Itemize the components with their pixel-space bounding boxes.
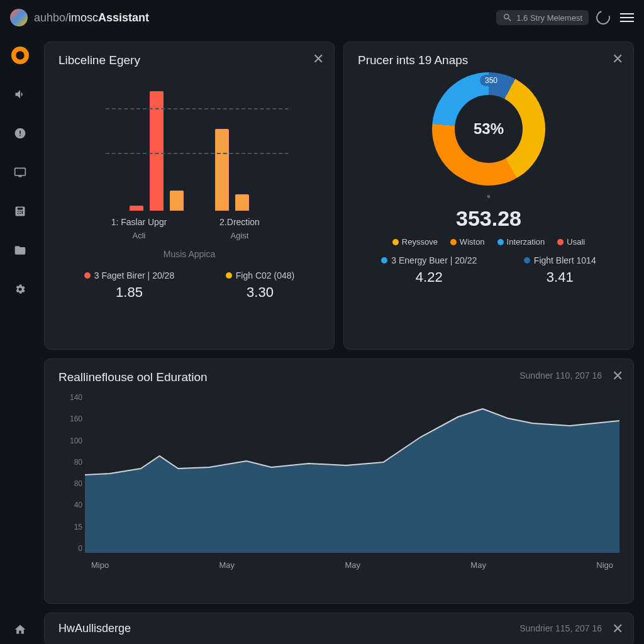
kpi-label: Fight Blert 1014: [534, 255, 596, 265]
legend-label: Reyssove: [402, 237, 438, 247]
kpi-value: 4.22: [381, 269, 477, 286]
sidebar-item-home[interactable]: [11, 626, 29, 644]
sidebar-item-settings[interactable]: [11, 280, 29, 298]
brand-title: auhbo/imoscAssistant: [34, 11, 149, 25]
sidebar: [0, 35, 40, 644]
search-icon: [502, 13, 513, 23]
kpi-item: 3 Faget Birer | 20/28 1.85: [84, 270, 174, 301]
bar-label-1: 1: Faslar Upgr: [101, 217, 177, 227]
app-header: auhbo/imoscAssistant 1.6 Stry Melemest: [0, 0, 644, 35]
main-content: Libceline Egery ✕ 1: Fas: [40, 35, 644, 644]
brand-prefix: auhbo/: [34, 11, 69, 24]
kpi-item: Fight Blert 1014 3.41: [524, 255, 596, 286]
sidebar-item-alert[interactable]: [11, 125, 29, 142]
sidebar-item-calc[interactable]: [11, 203, 29, 220]
panel-date: Sundrier 115, 207 16: [519, 623, 602, 633]
donut-center-value: 53%: [432, 72, 545, 186]
bar-sublabel-2: Agist: [202, 231, 277, 240]
bar-sublabel-1: Acli: [101, 231, 177, 240]
x-axis: MipoMayMayMayNigo: [85, 555, 619, 570]
close-icon[interactable]: ✕: [612, 51, 623, 67]
sidebar-item-sound[interactable]: [11, 86, 29, 103]
close-icon[interactable]: ✕: [612, 368, 623, 384]
brand-suffix: Assistant: [98, 11, 149, 24]
panel-title: Libceline Egery: [58, 53, 320, 67]
kpi-value: 3.30: [226, 284, 294, 301]
donut-summary-value: 353.28: [358, 206, 619, 231]
bar-label-2: 2.Drection: [202, 217, 277, 227]
legend-label: Usali: [567, 237, 585, 247]
menu-icon[interactable]: [620, 11, 634, 25]
sidebar-item-folder[interactable]: [11, 242, 29, 259]
kpi-value: 3.41: [524, 269, 596, 286]
logo-icon: [10, 9, 28, 26]
kpi-value: 1.85: [84, 284, 174, 301]
bar-caption: Musis Appica: [58, 249, 320, 259]
donut-legend: Reyssove Wiston Interzation Usali: [358, 237, 619, 247]
panel-date: Sundner 110, 207 16: [519, 370, 602, 380]
bar-group-2: [215, 129, 249, 211]
panel-donut-chart: Prucer ints 19 Anaps ✕ 350 53% • 353.28 …: [343, 42, 634, 350]
sidebar-item-monitor[interactable]: [11, 164, 29, 181]
y-axis: 140160100808040150: [58, 393, 82, 553]
panel-bottom: HwAullisderge Sundrier 115, 207 16 ✕: [44, 613, 634, 644]
kpi-label: 3 Energy Buer | 20/22: [391, 255, 477, 265]
sidebar-item-dashboard[interactable]: [11, 47, 29, 64]
kpi-label: Figh C02 (048): [236, 270, 294, 280]
bar-chart: [58, 72, 320, 211]
area-svg: [85, 393, 619, 553]
area-chart: 140160100808040150 MipoMayMayMayNigo: [85, 393, 619, 569]
svg-point-0: [16, 51, 24, 59]
kpi-item: 3 Energy Buer | 20/22 4.22: [381, 255, 477, 286]
brand-mid: imosc: [69, 11, 98, 24]
donut-chart: 350 53%: [432, 72, 545, 186]
refresh-icon[interactable]: [594, 8, 613, 27]
pager-dot: •: [358, 191, 619, 204]
close-icon[interactable]: ✕: [313, 51, 324, 67]
panel-title: Prucer ints 19 Anaps: [358, 53, 619, 67]
donut-badge: 350: [480, 75, 502, 86]
close-icon[interactable]: ✕: [612, 621, 623, 637]
search-placeholder: 1.6 Stry Melemest: [516, 13, 582, 23]
kpi-label: 3 Faget Birer | 20/28: [94, 270, 174, 280]
kpi-item: Figh C02 (048) 3.30: [226, 270, 294, 301]
panel-bar-chart: Libceline Egery ✕ 1: Fas: [44, 42, 335, 350]
panel-area-chart: Reallineflouse ool Eduration Sundner 110…: [44, 358, 634, 604]
legend-label: Interzation: [507, 237, 545, 247]
legend-label: Wiston: [460, 237, 485, 247]
search-input[interactable]: 1.6 Stry Melemest: [496, 10, 589, 25]
